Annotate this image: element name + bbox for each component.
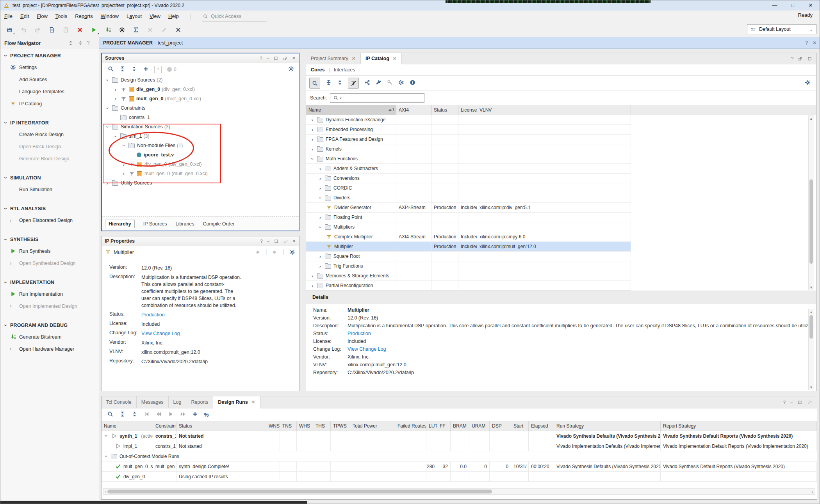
close-panel-icon[interactable]: ✕ [292,56,296,61]
catalog-row-math-functions[interactable]: ›Math Functions [306,154,631,164]
column-header-status[interactable]: Status [431,105,458,115]
subtab-cores[interactable]: Cores [311,67,324,73]
chevron-right-icon[interactable]: › [310,147,315,151]
menu-window[interactable]: Window [97,11,123,22]
run-row-mult-gen-0-synth-1[interactable]: mult_gen_0_synth_1mult_gen_0synth_design… [102,461,817,472]
flow-section-header-ip-integrator[interactable]: ›IP INTEGRATOR [0,117,99,128]
chevron-right-icon[interactable]: › [310,274,315,278]
menu-help[interactable]: Help [164,11,183,22]
chevron-right-icon[interactable]: › [318,254,323,259]
settings-button[interactable] [288,66,294,73]
catalog-row-floating-point[interactable]: ›Floating Point [306,213,631,222]
close-panel-icon[interactable]: ✕ [292,239,296,244]
bottom-tab-messages[interactable]: Messages [137,396,169,408]
source-item-design-sources[interactable]: ›Design Sources (2) [102,75,299,85]
chevron-right-icon[interactable]: › [318,186,323,190]
run-row-out-of-context-module-runs[interactable]: ›Out-of-Context Module Runs [102,451,817,461]
catalog-row-multipliers[interactable]: ›Multipliers [306,222,631,232]
go-to-first-button[interactable] [143,411,150,419]
flow-item-generate-block-design[interactable]: Generate Block Design [0,153,99,165]
catalog-row-dynamic-function-exchange[interactable]: ›Dynamic Function eXchange [306,115,631,125]
runs-column-tpws[interactable]: TPWS [331,421,350,431]
expand-all-button[interactable] [131,66,137,73]
column-header-name[interactable]: Name1 [306,105,396,115]
expand-all-button[interactable] [131,411,137,419]
license-button[interactable] [387,79,393,87]
catalog-row-square-root[interactable]: ›Square Root [306,252,631,261]
column-header-axi4[interactable]: AXI4 [396,105,431,115]
chevron-right-icon[interactable]: › [113,97,118,101]
bottom-tab-design-runs[interactable]: Design Runs✕ [213,396,260,408]
run-button[interactable] [89,25,99,35]
field-value[interactable]: Production [348,331,371,336]
layout-selector[interactable]: Default Layout ⌄ [747,24,816,34]
runs-column-uram[interactable]: URAM [469,421,490,431]
delete-button[interactable] [75,25,85,35]
catalog-row-memories-storage-elements[interactable]: ›Memories & Storage Elements [306,271,631,281]
search-button[interactable] [107,411,113,419]
information-button[interactable] [409,79,415,87]
chevron-down-icon[interactable]: › [104,454,109,459]
float-panel-icon[interactable] [807,400,812,405]
tab-project-summary[interactable]: Project Summary✕ [306,53,361,64]
runs-column-ff[interactable]: FF [437,421,451,431]
maximize-panel-icon[interactable] [274,239,279,244]
float-panel-icon[interactable] [283,56,288,61]
help-icon[interactable]: ? [260,56,262,60]
runs-column-tns[interactable]: TNS [280,421,297,431]
flow-item-open-elaborated-design[interactable]: ›Open Elaborated Design [0,214,99,226]
bottom-tab-tcl-console[interactable]: Tcl Console [102,396,137,408]
flow-item-run-simulation[interactable]: Run Simulation [0,183,99,195]
catalog-row-kernels[interactable]: ›Kernels [306,144,631,154]
redo-button[interactable] [32,25,43,35]
gear-icon[interactable] [289,249,295,255]
runs-column-total-power[interactable]: Total Power [350,421,395,431]
chevron-right-icon[interactable]: › [310,284,315,288]
sum-button[interactable] [131,25,141,35]
tab-ip-catalog[interactable]: IP Catalog✕ [361,53,402,64]
collapse-all-button[interactable] [119,66,125,73]
runs-column-failed-routes[interactable]: Failed Routes [395,421,426,431]
chevron-right-icon[interactable]: › [113,87,118,92]
menu-flow[interactable]: Flow [33,11,51,22]
sources-tab-compile-order[interactable]: Compile Order [203,221,235,227]
cancel-button[interactable] [145,25,155,35]
chevron-down-icon[interactable]: › [105,78,110,82]
source-item-constraints[interactable]: ›Constraints [102,103,299,113]
help-icon[interactable]: ? [791,56,793,61]
flow-item-settings[interactable]: Settings [0,61,99,73]
source-item-constrs-1[interactable]: constrs_1 [102,113,299,122]
flow-item-create-block-design[interactable]: Create Block Design [0,128,99,140]
flow-section-header-program-and-debug[interactable]: ›PROGRAM AND DEBUG [0,320,99,331]
runs-column-run-strategy[interactable]: Run Strategy [554,421,661,431]
search-input[interactable]: ▾ [330,93,424,103]
edit-button[interactable] [159,25,169,35]
add-sources-button[interactable] [143,66,149,73]
close-tab-icon[interactable]: ✕ [393,56,397,61]
source-item-mult-gen-0[interactable]: ›mult_gen_0 (mult_gen_0.xci) [102,94,299,103]
runs-column-dsp[interactable]: DSP [490,421,511,431]
search-button[interactable] [107,66,114,73]
scroll-down-icon[interactable]: ▼ [809,385,814,390]
minimize-panel-icon[interactable]: – [267,239,269,243]
add-repository-button[interactable] [398,79,404,87]
catalog-row-partial-reconfiguration[interactable]: ›Partial Reconfiguration [306,281,631,291]
close-tab-icon[interactable]: ✕ [352,56,356,61]
runs-column-start[interactable]: Start [511,421,529,431]
flow-section-header-rtl-analysis[interactable]: ›RTL ANALYSIS [0,203,99,214]
field-value[interactable]: View Change Log [141,330,242,337]
generate-bitstream-button[interactable]: 0110 [103,25,113,35]
flow-item-ip-catalog[interactable]: IP Catalog [0,98,99,110]
run-row-impl-1[interactable]: impl_1constrs_1Not startedVivado Impleme… [102,441,817,451]
menu-layout[interactable]: Layout [123,11,146,22]
flow-item-run-synthesis[interactable]: Run Synthesis [0,245,99,257]
discard-button[interactable] [173,25,183,35]
play-button[interactable] [168,411,174,419]
chevron-down-icon[interactable]: › [318,195,323,200]
flow-item-language-templates[interactable]: Language Templates [0,85,99,98]
chevron-right-icon[interactable]: › [318,264,323,268]
flow-item-open-synthesized-design[interactable]: ›Open Synthesized Design [0,257,99,269]
flow-item-run-implementation[interactable]: Run Implementation [0,288,99,300]
menu-edit[interactable]: Edit [16,11,33,22]
catalog-row-trig-functions[interactable]: ›Trig Functions [306,261,631,271]
